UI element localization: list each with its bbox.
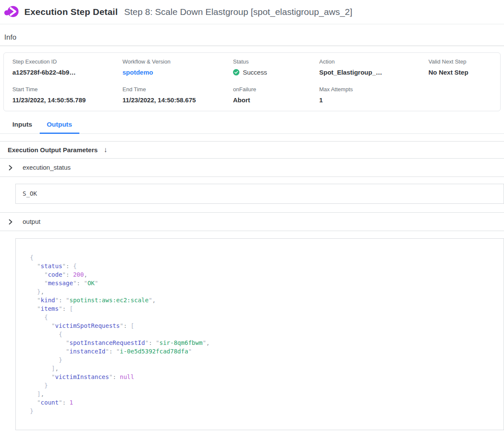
execution-status-value: S_OK <box>15 184 504 204</box>
tab-inputs[interactable]: Inputs <box>5 117 40 134</box>
status-badge: Success <box>233 69 319 76</box>
divider <box>0 46 504 46</box>
field-label: Action <box>319 58 428 65</box>
json-line: "instanceId": "i-0e5d5392fcad78dfa" <box>30 347 495 356</box>
workflow-link[interactable]: spotdemo <box>122 69 233 76</box>
json-line: } <box>30 356 495 364</box>
json-line: "message": "OK" <box>30 279 495 287</box>
json-line: ], <box>30 364 495 373</box>
json-line: "kind": "spotinst:aws:ec2:scale", <box>30 296 495 304</box>
param-name: execution_status <box>23 164 71 171</box>
field-value: Abort <box>233 96 319 104</box>
arrow-down-icon[interactable]: ↓ <box>104 146 108 153</box>
section-title: Execution Output Parameters <box>8 146 98 153</box>
json-code: {"status": {"code": 200,"message": "OK"}… <box>15 238 504 430</box>
json-line: "victimInstances": null <box>30 373 495 381</box>
json-line: ], <box>30 390 495 398</box>
field-value: 11/23/2022, 14:50:55.789 <box>12 96 122 104</box>
field-label: Start Time <box>12 86 122 93</box>
chevron-right-icon[interactable] <box>8 165 13 170</box>
tab-bar: Inputs Outputs <box>0 117 504 134</box>
info-section-heading: Info <box>4 33 504 42</box>
json-line: }, <box>30 287 495 296</box>
chevron-right-icon[interactable] <box>8 219 13 224</box>
param-name: output <box>23 218 41 225</box>
field-label: Valid Next Step <box>428 58 500 65</box>
field-valid-next-step: Valid Next Step No Next Step <box>428 58 500 76</box>
field-value: 11/23/2022, 14:50:58.675 <box>122 96 233 104</box>
field-value: Spot_Elastigroup_… <box>319 69 428 76</box>
page-header: Execution Step Detail Step 8: Scale Down… <box>0 0 504 24</box>
json-line: } <box>30 381 495 390</box>
page-subtitle: Step 8: Scale Down Elastgroup [spot_elas… <box>124 7 353 17</box>
json-line: "spotInstanceRequestId": "sir-8qm6fbwm", <box>30 339 495 347</box>
field-onfailure: onFailure Abort <box>233 86 319 104</box>
json-line: { <box>30 313 495 321</box>
tab-outputs[interactable]: Outputs <box>40 117 79 134</box>
field-value: a125728f-6b22-4b9… <box>12 69 122 76</box>
field-label: onFailure <box>233 86 319 93</box>
json-line: } <box>30 407 495 415</box>
execution-status-value-wrap: S_OK <box>0 177 504 213</box>
param-row-execution-status[interactable]: execution_status <box>0 159 504 177</box>
success-check-icon <box>233 69 239 75</box>
page-title: Execution Step Detail <box>24 7 118 17</box>
field-end-time: End Time 11/23/2022, 14:50:58.675 <box>122 86 233 104</box>
field-label: Workflow & Version <box>122 58 233 65</box>
field-action: Action Spot_Elastigroup_… <box>319 58 428 76</box>
field-step-execution-id: Step Execution ID a125728f-6b22-4b9… <box>12 58 122 76</box>
json-line: "victimSpotRequests": [ <box>30 321 495 330</box>
json-line: { <box>30 330 495 339</box>
execution-output-parameters-header: Execution Output Parameters ↓ <box>0 142 504 159</box>
resolve-actions-logo-icon <box>4 5 19 19</box>
field-label: Status <box>233 58 319 65</box>
json-line: { <box>30 253 495 262</box>
field-value: 1 <box>319 96 428 104</box>
field-max-attempts: Max Attempts 1 <box>319 86 428 104</box>
info-card: Step Execution ID a125728f-6b22-4b9… Wor… <box>3 52 501 111</box>
status-text: Success <box>243 69 267 76</box>
field-status: Status Success <box>233 58 319 76</box>
param-row-output[interactable]: output <box>0 213 504 231</box>
json-line: "items": [ <box>30 304 495 313</box>
field-label: Max Attempts <box>319 86 428 93</box>
field-start-time: Start Time 11/23/2022, 14:50:55.789 <box>12 86 122 104</box>
json-line: "count": 1 <box>30 398 495 407</box>
json-line: "status": { <box>30 262 495 270</box>
field-workflow-version: Workflow & Version spotdemo <box>122 58 233 76</box>
output-json-wrap: {"status": {"code": 200,"message": "OK"}… <box>0 231 504 434</box>
field-value: No Next Step <box>428 69 500 76</box>
json-line: "code": 200, <box>30 270 495 279</box>
field-label: Step Execution ID <box>12 58 122 65</box>
field-label: End Time <box>122 86 233 93</box>
